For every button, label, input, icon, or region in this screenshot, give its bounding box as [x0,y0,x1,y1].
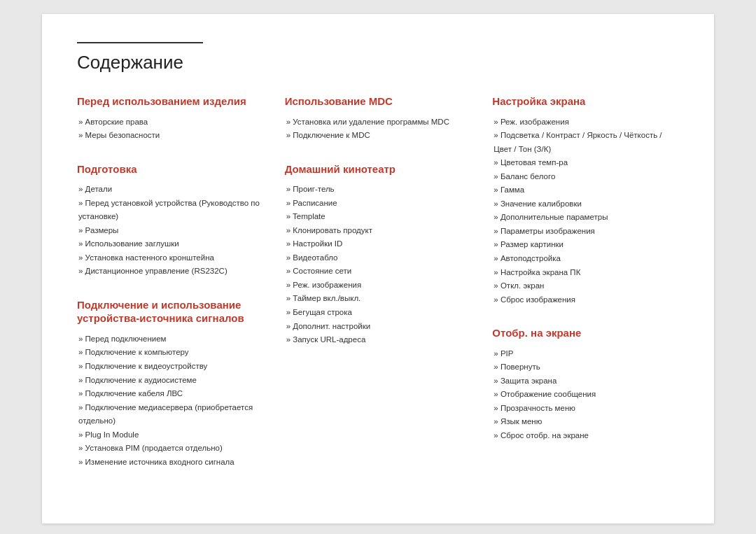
list-item[interactable]: Размеры [77,224,264,238]
list-item[interactable]: Детали [77,183,264,197]
page-container: Содержание Перед использованием изделияА… [42,14,714,524]
list-item[interactable]: Перед установкой устройства (Руководство… [77,197,264,224]
list-item[interactable]: Template [285,210,472,224]
list-item[interactable]: Автоподстройка [492,252,679,266]
section-items-home-theater: Проиг-тельРасписаниеTemplateКлонировать … [285,183,472,347]
list-item[interactable]: Подключение к видеоустройству [77,360,264,374]
section-on-screen: Отобр. на экранеPIPПовернутьЗащита экран… [492,326,679,442]
list-item[interactable]: Дополнит. настройки [285,320,472,334]
section-title-on-screen: Отобр. на экране [492,326,679,340]
section-home-theater: Домашний кинотеатрПроиг-тельРасписаниеTe… [285,162,472,347]
list-item[interactable]: Дополнительные параметры [492,211,679,225]
list-item[interactable]: Запуск URL-адреса [285,333,472,347]
list-item[interactable]: Цветовая темп-ра [492,156,679,170]
column-1: Перед использованием изделияАвторские пр… [77,94,264,489]
list-item[interactable]: Значение калибровки [492,197,679,211]
list-item[interactable]: Авторские права [77,115,264,129]
list-item[interactable]: Подключение к компьютеру [77,346,264,360]
list-item[interactable]: Расписание [285,197,472,211]
list-item[interactable]: Дистанционное управление (RS232C) [77,265,264,279]
list-item[interactable]: PIP [492,347,679,361]
list-item[interactable]: Размер картинки [492,238,679,252]
list-item[interactable]: Установка PIM (продается отдельно) [77,442,264,456]
list-item[interactable]: Отображение сообщения [492,388,679,402]
list-item[interactable]: Plug In Module [77,428,264,442]
list-item[interactable]: Подсветка / Контраст / Яркость / Чёткост… [492,129,679,156]
list-item[interactable]: Гамма [492,183,679,197]
section-before-use: Перед использованием изделияАвторские пр… [77,94,264,143]
list-item[interactable]: Таймер вкл./выкл. [285,292,472,306]
section-mdc: Использование MDCУстановка или удаление … [285,94,472,143]
list-item[interactable]: Откл. экран [492,279,679,293]
section-title-before-use: Перед использованием изделия [77,94,264,108]
list-item[interactable]: Видеотабло [285,251,472,265]
list-item[interactable]: Параметры изображения [492,225,679,239]
list-item[interactable]: Клонировать продукт [285,224,472,238]
section-items-connection: Перед подключениемПодключение к компьюте… [77,332,264,469]
list-item[interactable]: Прозрачность меню [492,402,679,416]
list-item[interactable]: Подключение кабеля ЛВС [77,387,264,401]
list-item[interactable]: Установка или удаление программы MDC [285,115,472,129]
section-items-screen-settings: Реж. изображенияПодсветка / Контраст / Я… [492,115,679,307]
list-item[interactable]: Настройка экрана ПК [492,266,679,280]
list-item[interactable]: Подключение к аудиосистеме [77,374,264,388]
section-preparation: ПодготовкаДеталиПеред установкой устройс… [77,162,264,279]
list-item[interactable]: Баланс белого [492,170,679,184]
section-title-preparation: Подготовка [77,162,264,176]
list-item[interactable]: Перед подключением [77,332,264,346]
page-title: Содержание [77,52,679,73]
list-item[interactable]: Защита экрана [492,374,679,388]
section-title-home-theater: Домашний кинотеатр [285,162,472,176]
list-item[interactable]: Проиг-тель [285,183,472,197]
list-item[interactable]: Использование заглушки [77,237,264,251]
list-item[interactable]: Реж. изображения [285,279,472,293]
section-title-connection: Подключение и использование устройства-и… [77,298,264,325]
section-connection: Подключение и использование устройства-и… [77,298,264,469]
section-items-preparation: ДеталиПеред установкой устройства (Руков… [77,183,264,279]
list-item[interactable]: Язык меню [492,415,679,429]
list-item[interactable]: Настройки ID [285,237,472,251]
section-title-mdc: Использование MDC [285,94,472,108]
section-title-screen-settings: Настройка экрана [492,94,679,108]
list-item[interactable]: Сброс изображения [492,293,679,307]
section-screen-settings: Настройка экранаРеж. изображенияПодсветк… [492,94,679,307]
section-items-on-screen: PIPПовернутьЗащита экранаОтображение соо… [492,347,679,443]
list-item[interactable]: Подключение к MDC [285,129,472,143]
list-item[interactable]: Состояние сети [285,265,472,279]
list-item[interactable]: Повернуть [492,360,679,374]
section-items-mdc: Установка или удаление программы MDCПодк… [285,115,472,143]
list-item[interactable]: Установка настенного кронштейна [77,251,264,265]
column-2: Использование MDCУстановка или удаление … [285,94,472,489]
list-item[interactable]: Сброс отобр. на экране [492,429,679,443]
section-items-before-use: Авторские праваМеры безопасности [77,115,264,143]
list-item[interactable]: Меры безопасности [77,129,264,143]
content-grid: Перед использованием изделияАвторские пр… [77,94,679,489]
list-item[interactable]: Изменение источника входного сигнала [77,456,264,470]
list-item[interactable]: Реж. изображения [492,115,679,129]
list-item[interactable]: Бегущая строка [285,306,472,320]
list-item[interactable]: Подключение медиасервера (приобретается … [77,401,264,428]
title-bar [77,42,203,43]
column-3: Настройка экранаРеж. изображенияПодсветк… [492,94,679,489]
